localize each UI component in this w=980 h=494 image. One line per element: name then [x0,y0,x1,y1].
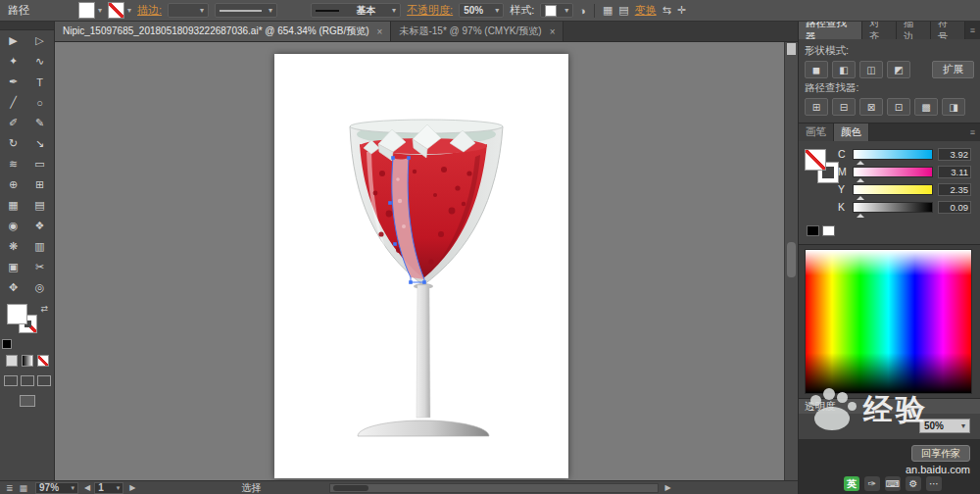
stroke-dropdown-icon[interactable]: ▾ [127,6,131,15]
minus-back-button[interactable]: ◨ [942,98,965,116]
document-tab-nipic[interactable]: Nipic_15097685_20180518093222687036.ai* … [55,22,391,41]
direct-selection-tool[interactable]: ▷ [26,30,53,51]
fill-swatch[interactable] [7,304,27,324]
grid-icon[interactable]: ▦ [20,483,28,493]
shape-builder-tool[interactable]: ⊕ [0,174,26,195]
paintbrush-tool[interactable]: ✐ [0,113,26,133]
stroke-color-swatch[interactable] [108,2,124,19]
swap-fill-stroke-icon[interactable]: ⇄ [40,304,48,314]
none-mode-button[interactable] [37,355,49,367]
intersect-button[interactable]: ◫ [859,61,883,78]
black-swatch[interactable] [807,225,819,236]
previous-artboard-icon[interactable]: ◀ [84,483,90,492]
scale-tool[interactable]: ↘ [26,133,53,154]
cyan-slider[interactable] [853,149,933,160]
selection-tool[interactable]: ▶ [0,30,26,51]
isolate-icon[interactable]: ✛ [677,4,686,17]
lasso-tool[interactable]: ∿ [26,51,53,72]
color-spectrum[interactable] [805,249,972,394]
hand-tool[interactable]: ✥ [0,277,26,298]
recolor-artwork-icon[interactable]: ◑ [579,5,586,17]
magenta-slider[interactable] [853,167,933,177]
yellow-value-field[interactable]: 2.35 [938,183,971,196]
horizontal-scrollbar[interactable] [329,483,659,493]
fill-proxy[interactable] [805,149,826,171]
ime-language-icon[interactable]: 英 [844,476,859,491]
shuffle-icon[interactable]: ⇆ [662,4,671,17]
black-slider[interactable] [853,202,933,213]
exclude-button[interactable]: ◩ [887,61,910,78]
width-tool[interactable]: ≋ [0,154,26,174]
black-value-field[interactable]: 0.09 [938,201,971,214]
vertical-scrollbar[interactable] [784,41,798,480]
tab-color[interactable]: 颜色 [834,124,869,141]
keyboard-icon[interactable]: ⌨ [885,476,901,491]
style-combo[interactable]: ▾ [540,3,573,18]
scrollbar-top-button[interactable] [787,43,796,55]
tab-pathfinder[interactable]: 路径查找器 [799,22,862,39]
perspective-grid-tool[interactable]: ⊞ [26,174,53,195]
tab-stroke[interactable]: 描边 [897,22,931,39]
minus-front-button[interactable]: ◧ [832,61,856,78]
mesh-tool[interactable]: ▦ [0,195,26,216]
line-tool[interactable]: ╱ [0,92,26,113]
fill-dropdown-icon[interactable]: ▾ [98,6,102,15]
screen-mode-icon[interactable] [20,395,35,407]
magenta-value-field[interactable]: 3.11 [938,166,971,178]
horizontal-scrollbar-thumb[interactable] [333,485,368,491]
gradient-tool[interactable]: ▤ [26,195,53,216]
artboard-number-field[interactable]: 1 ▾ [94,482,123,494]
cyan-value-field[interactable]: 3.92 [938,148,971,161]
fill-stroke-proxy[interactable] [805,149,838,182]
vertical-scrollbar-thumb[interactable] [787,242,796,277]
fill-color-swatch[interactable] [78,2,95,19]
more-icon[interactable]: ⋯ [926,476,942,491]
tab-align[interactable]: 对齐 [862,22,897,39]
tab-symbols[interactable]: 符号 [931,22,965,39]
type-tool[interactable]: T [26,72,53,92]
draw-normal-icon[interactable] [4,375,18,386]
draw-inside-icon[interactable] [37,375,51,386]
eyedropper-tool[interactable]: ◉ [0,216,26,236]
document-tab-untitled[interactable]: 未标题-15* @ 97% (CMYK/预览) × [391,22,564,41]
rotate-tool[interactable]: ↻ [0,133,26,154]
brush-definition-combo[interactable]: 基本▾ [311,3,401,18]
artboard-tool[interactable]: ▣ [0,257,26,277]
yellow-slider[interactable] [853,184,933,195]
pen-tool[interactable]: ✒ [0,72,26,92]
panel-menu-icon[interactable]: ≡ [965,22,980,39]
tools-panel-grip[interactable] [0,22,54,30]
draw-behind-icon[interactable] [21,375,34,386]
zoom-tool[interactable]: ◎ [26,277,53,298]
free-transform-tool[interactable]: ▭ [26,154,53,174]
zoom-combo[interactable]: 97% ▾ [35,482,78,494]
gradient-mode-button[interactable] [22,355,33,367]
close-tab-icon[interactable]: × [550,26,556,37]
stroke-link[interactable]: 描边: [137,3,162,18]
merge-button[interactable]: ⊠ [859,98,883,116]
magic-wand-tool[interactable]: ✦ [0,51,26,72]
handwriting-icon[interactable]: ✑ [864,476,880,491]
opacity-combo[interactable]: 50%▾ [459,3,504,18]
trim-button[interactable]: ⊟ [832,98,856,116]
crop-button[interactable]: ⊡ [887,98,910,116]
color-mode-button[interactable] [6,355,18,367]
expand-button[interactable]: 扩展 [932,61,974,78]
scroll-right-icon[interactable]: ▶ [664,483,670,492]
list-icon[interactable]: ≣ [6,483,14,493]
transform-link[interactable]: 变换 [635,3,657,18]
tab-brushes[interactable]: 画笔 [799,124,834,141]
close-tab-icon[interactable]: × [377,26,383,37]
width-profile-combo[interactable]: ▾ [215,3,277,18]
pencil-tool[interactable]: ✎ [26,113,53,133]
white-swatch[interactable] [822,225,835,236]
settings-wrench-icon[interactable]: ⚙ [906,476,921,491]
panel-menu-icon[interactable]: ≡ [965,124,980,141]
blend-tool[interactable]: ❖ [26,216,53,236]
align-icon[interactable]: ▦ [603,4,612,17]
symbol-sprayer-tool[interactable]: ❋ [0,236,26,257]
artboard[interactable] [274,54,568,478]
canvas-area[interactable] [55,41,784,480]
graph-tool[interactable]: ▥ [26,236,53,257]
transparency-panel-header[interactable]: 透明度 [799,398,980,414]
